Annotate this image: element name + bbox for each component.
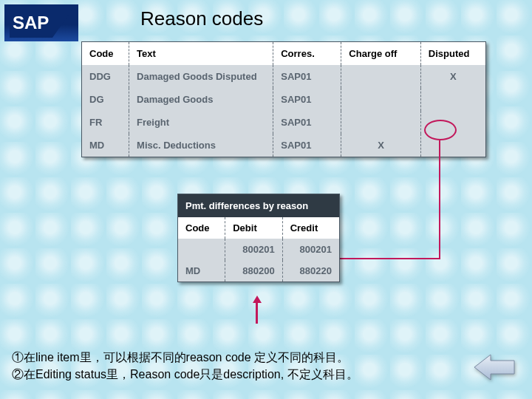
cell-code: FR <box>82 111 129 134</box>
table-row: DDG Damaged Goods Disputed SAP01 X <box>82 65 485 88</box>
sub-cell-credit: 880220 <box>282 260 339 282</box>
annotation-line-v <box>439 140 440 259</box>
footer-line-2: ②在Editing status里，Reason code只是descripti… <box>12 367 358 383</box>
cell-code: MD <box>82 134 129 157</box>
table-row: DG Damaged Goods SAP01 <box>82 88 485 111</box>
annotation-line-h <box>324 258 440 259</box>
cell-corres: SAP01 <box>273 88 341 111</box>
th-corres: Corres. <box>273 42 341 65</box>
table-row: FR Freight SAP01 <box>82 111 485 134</box>
footer-line-1: ①在line item里，可以根据不同的reason code 定义不同的科目。 <box>12 350 349 366</box>
back-arrow-icon <box>473 352 516 383</box>
pmt-diff-table: Pmt. differences by reason Code Debit Cr… <box>177 194 340 282</box>
cell-text: Misc. Deductions <box>129 134 273 157</box>
slide: SAP Reason codes Code Text Corres. Charg… <box>0 0 532 399</box>
cell-text: Freight <box>129 111 273 134</box>
sub-header-row: Code Debit Credit <box>178 217 339 239</box>
table-header-row: Code Text Corres. Charge off Disputed <box>82 42 485 65</box>
back-button[interactable] <box>473 352 516 383</box>
sub-cell-code <box>178 239 225 260</box>
sub-table-title: Pmt. differences by reason <box>178 194 339 217</box>
cell-corres: SAP01 <box>273 134 341 157</box>
annotation-arrow-stem <box>256 301 258 324</box>
sap-logo: SAP <box>4 4 78 41</box>
sub-cell-credit: 800201 <box>282 239 339 260</box>
svg-marker-1 <box>474 355 514 380</box>
cell-code: DDG <box>82 65 129 88</box>
th-disputed: Disputed <box>420 42 485 65</box>
cell-charge <box>341 111 420 134</box>
cell-corres: SAP01 <box>273 111 341 134</box>
th-chargeoff: Charge off <box>341 42 420 65</box>
logo-text: SAP <box>13 13 49 33</box>
cell-disp <box>420 134 485 157</box>
cell-disp <box>420 111 485 134</box>
cell-code: DG <box>82 88 129 111</box>
th-code: Code <box>82 42 129 65</box>
cell-disp: X <box>420 65 485 88</box>
cell-charge <box>341 88 420 111</box>
sub-th-code: Code <box>178 217 225 239</box>
reason-codes-table: Code Text Corres. Charge off Disputed DD… <box>81 41 486 157</box>
sub-cell-debit: 880200 <box>225 260 282 282</box>
sub-cell-code: MD <box>178 260 225 282</box>
table-row: MD Misc. Deductions SAP01 X <box>82 134 485 157</box>
sub-row: MD 880200 880220 <box>178 260 339 282</box>
page-title: Reason codes <box>140 7 263 30</box>
th-text: Text <box>129 42 273 65</box>
sub-th-credit: Credit <box>282 217 339 239</box>
sub-row: 800201 800201 <box>178 239 339 260</box>
cell-charge: X <box>341 134 420 157</box>
cell-text: Damaged Goods <box>129 88 273 111</box>
sub-cell-debit: 800201 <box>225 239 282 260</box>
cell-corres: SAP01 <box>273 65 341 88</box>
sub-th-debit: Debit <box>225 217 282 239</box>
cell-disp <box>420 88 485 111</box>
cell-charge <box>341 65 420 88</box>
cell-text: Damaged Goods Disputed <box>129 65 273 88</box>
